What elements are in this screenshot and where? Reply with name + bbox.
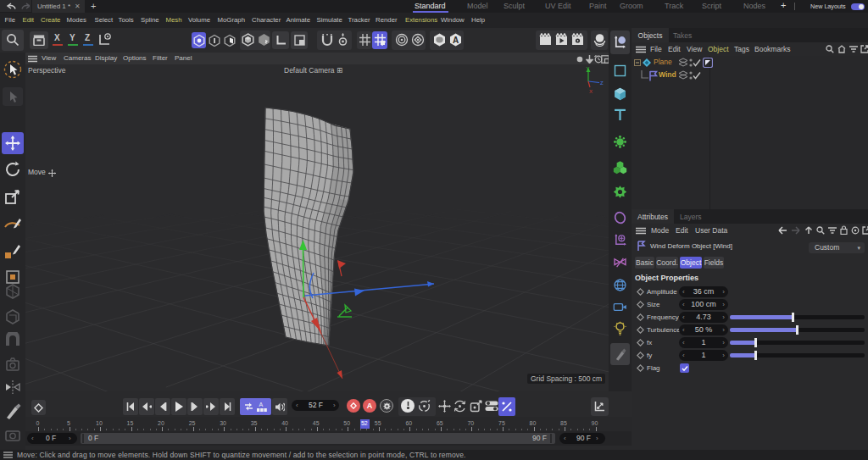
svg-text:Y: Y xyxy=(587,66,590,71)
svg-text:X: X xyxy=(589,89,593,94)
svg-text:A: A xyxy=(259,402,264,407)
svg-text:A: A xyxy=(453,36,459,45)
svg-text:Z: Z xyxy=(600,80,604,86)
